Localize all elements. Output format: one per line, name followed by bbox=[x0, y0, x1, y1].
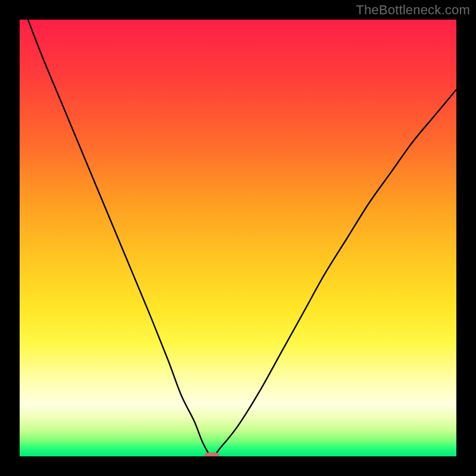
curve-svg bbox=[20, 20, 456, 456]
optimal-marker bbox=[204, 453, 220, 457]
bottleneck-curve bbox=[20, 20, 456, 456]
watermark-text: TheBottleneck.com bbox=[356, 2, 470, 18]
plot-area bbox=[20, 20, 456, 456]
chart-container: TheBottleneck.com bbox=[0, 0, 476, 476]
